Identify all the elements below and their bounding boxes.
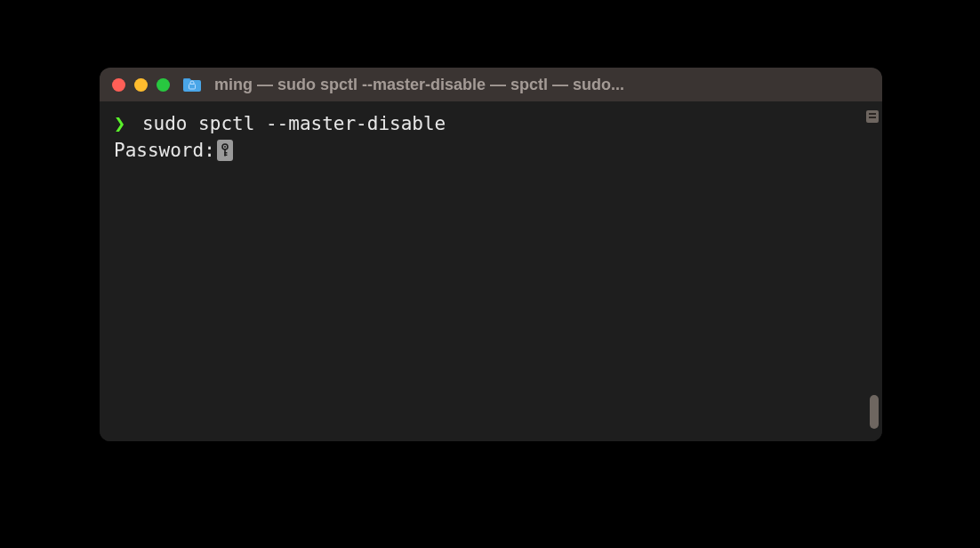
password-prompt-line: Password: (114, 138, 868, 164)
svg-rect-4 (224, 152, 227, 154)
svg-point-2 (224, 146, 226, 148)
command-text: sudo spctl --master-disable (131, 111, 446, 137)
terminal-window: ming — sudo spctl --master-disable — spc… (100, 68, 882, 441)
minimize-button[interactable] (134, 78, 148, 92)
folder-icon (182, 77, 202, 93)
window-titlebar[interactable]: ming — sudo spctl --master-disable — spc… (100, 68, 882, 101)
svg-rect-5 (224, 155, 227, 157)
window-title: ming — sudo spctl --master-disable — spc… (214, 76, 624, 94)
maximize-button[interactable] (157, 78, 170, 92)
close-button[interactable] (112, 78, 125, 92)
key-icon (217, 140, 233, 161)
scrollbar-thumb[interactable] (870, 395, 879, 429)
command-line: ❯ sudo spctl --master-disable (114, 110, 868, 138)
password-label: Password: (114, 138, 215, 164)
terminal-body[interactable]: ❯ sudo spctl --master-disable Password: (100, 101, 882, 441)
scrollback-indicator-icon[interactable] (866, 110, 879, 123)
prompt-symbol: ❯ (114, 110, 125, 138)
